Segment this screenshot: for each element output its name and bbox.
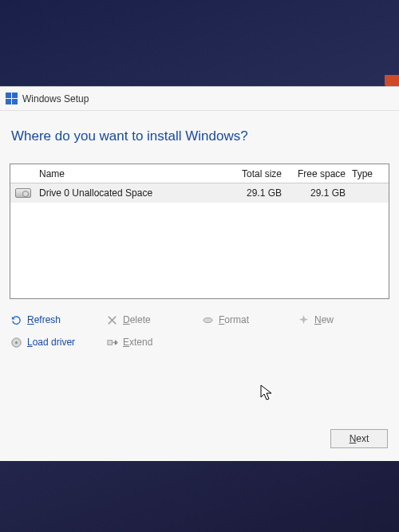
svg-rect-3: [107, 340, 112, 345]
windows-logo-icon: [5, 93, 18, 105]
extend-label: Extend: [123, 337, 152, 348]
format-icon: [201, 313, 214, 326]
drive-name: Drive 0 Unallocated Space: [36, 187, 221, 199]
refresh-button[interactable]: Refresh: [10, 312, 102, 328]
load-driver-button[interactable]: Load driver: [10, 334, 102, 350]
hdd-icon: [10, 188, 36, 198]
new-icon: [297, 313, 310, 326]
disk-list-header: Name Total size Free space Type: [10, 164, 389, 183]
disk-row[interactable]: Drive 0 Unallocated Space 29.1 GB 29.1 G…: [10, 183, 389, 203]
next-button[interactable]: Next: [330, 429, 388, 448]
refresh-label: Refresh: [27, 314, 61, 325]
col-name: Name: [36, 168, 221, 179]
col-total: Total size: [221, 168, 285, 179]
format-button: Format: [201, 312, 294, 328]
next-label-rest: ext: [356, 433, 369, 444]
refresh-icon: [10, 313, 22, 326]
svg-point-0: [203, 317, 211, 322]
window-close-hint: [385, 75, 399, 86]
col-free: Free space: [285, 168, 349, 179]
load-driver-icon: [10, 336, 22, 349]
delete-icon: [105, 313, 118, 326]
delete-button: Delete: [105, 312, 198, 328]
page-heading: Where do you want to install Windows?: [11, 128, 389, 144]
window-title: Windows Setup: [22, 93, 89, 104]
extend-button: Extend: [105, 334, 198, 350]
load-driver-label: Load driver: [27, 337, 75, 348]
content-area: Where do you want to install Windows? Na…: [0, 111, 399, 350]
delete-label: Delete: [123, 314, 151, 325]
format-label: Format: [219, 314, 249, 325]
col-type: Type: [349, 168, 389, 179]
svg-point-2: [15, 341, 18, 344]
setup-window: Windows Setup Where do you want to insta…: [0, 86, 399, 461]
titlebar: Windows Setup: [0, 87, 399, 111]
drive-total: 29.1 GB: [221, 187, 285, 199]
new-button: New: [297, 312, 389, 328]
extend-icon: [105, 336, 118, 349]
footer: Next: [330, 429, 388, 448]
disk-actions: Refresh Delete Format New: [10, 312, 389, 350]
disk-list[interactable]: Name Total size Free space Type Drive 0 …: [10, 164, 389, 299]
drive-free: 29.1 GB: [285, 187, 349, 199]
new-label: New: [314, 314, 334, 325]
